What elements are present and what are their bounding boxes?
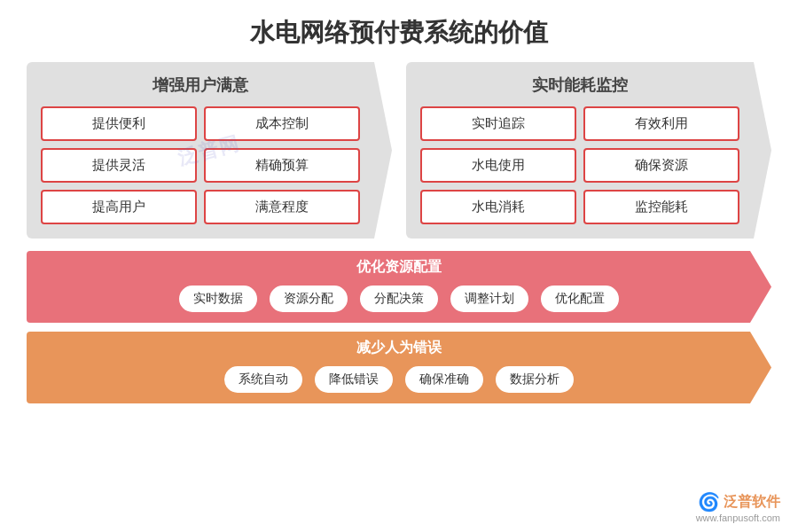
orange-item-2: 确保准确 [403, 364, 485, 395]
right-item-5: 监控能耗 [583, 190, 739, 224]
pink-item-3: 调整计划 [449, 284, 530, 314]
pink-item-1: 资源分配 [268, 284, 349, 314]
panel-user-satisfaction: 泛普网 增强用户满意 提供便利 成本控制 提供灵活 精确预算 提高用户 满意程度 [27, 62, 392, 239]
left-item-2: 提供灵活 [41, 148, 197, 183]
banner-pink-arrow: 优化资源配置 实时数据 资源分配 分配决策 调整计划 优化配置 [27, 251, 771, 323]
right-item-1: 有效利用 [583, 106, 739, 141]
left-item-3: 精确预算 [204, 148, 360, 183]
left-item-0: 提供便利 [41, 106, 197, 141]
orange-item-1: 降低错误 [313, 364, 395, 395]
logo-company: 泛普软件 [724, 493, 780, 512]
banner-orange-arrow: 减少人为错误 系统自动 降低错误 确保准确 数据分析 [27, 332, 771, 403]
panel-energy-monitoring: 实时能耗监控 实时追踪 有效利用 水电使用 确保资源 水电消耗 监控能耗 [406, 62, 771, 239]
right-item-4: 水电消耗 [420, 190, 576, 224]
panel-right-grid: 实时追踪 有效利用 水电使用 确保资源 水电消耗 监控能耗 [420, 106, 739, 224]
banner-pink-items: 实时数据 资源分配 分配决策 调整计划 优化配置 [44, 284, 754, 314]
top-panels: 泛普网 增强用户满意 提供便利 成本控制 提供灵活 精确预算 提高用户 满意程度… [27, 62, 771, 239]
banner-resource-optimization: 优化资源配置 实时数据 资源分配 分配决策 调整计划 优化配置 [27, 251, 771, 323]
pink-item-0: 实时数据 [177, 284, 259, 314]
bottom-sections: 优化资源配置 实时数据 资源分配 分配决策 调整计划 优化配置 减少人为错误 系… [27, 251, 771, 403]
right-item-0: 实时追踪 [420, 106, 576, 141]
right-item-3: 确保资源 [583, 148, 739, 183]
panel-right-header: 实时能耗监控 [420, 74, 739, 96]
orange-item-0: 系统自动 [223, 364, 304, 395]
logo-area: 🌀 泛普软件 www.fanpusoft.com [696, 491, 780, 523]
banner-pink-label: 优化资源配置 [44, 258, 754, 277]
logo-text: 🌀 泛普软件 [698, 491, 780, 512]
pink-item-2: 分配决策 [358, 284, 440, 314]
left-item-5: 满意程度 [204, 190, 360, 224]
logo-icon: 🌀 [698, 491, 720, 512]
panel-left-grid: 提供便利 成本控制 提供灵活 精确预算 提高用户 满意程度 [41, 106, 360, 224]
page-title: 水电网络预付费系统的价值 [0, 0, 798, 62]
right-item-2: 水电使用 [420, 148, 576, 183]
banner-orange-items: 系统自动 降低错误 确保准确 数据分析 [44, 364, 754, 395]
orange-item-3: 数据分析 [494, 364, 575, 395]
logo-url: www.fanpusoft.com [696, 512, 780, 523]
content-area: 泛普网 增强用户满意 提供便利 成本控制 提供灵活 精确预算 提高用户 满意程度… [0, 62, 798, 403]
banner-reduce-errors: 减少人为错误 系统自动 降低错误 确保准确 数据分析 [27, 332, 771, 403]
left-item-1: 成本控制 [204, 106, 360, 141]
banner-orange-label: 减少人为错误 [44, 339, 754, 357]
left-item-4: 提高用户 [41, 190, 197, 224]
panel-left-header: 增强用户满意 [41, 74, 360, 96]
pink-item-4: 优化配置 [539, 284, 621, 314]
